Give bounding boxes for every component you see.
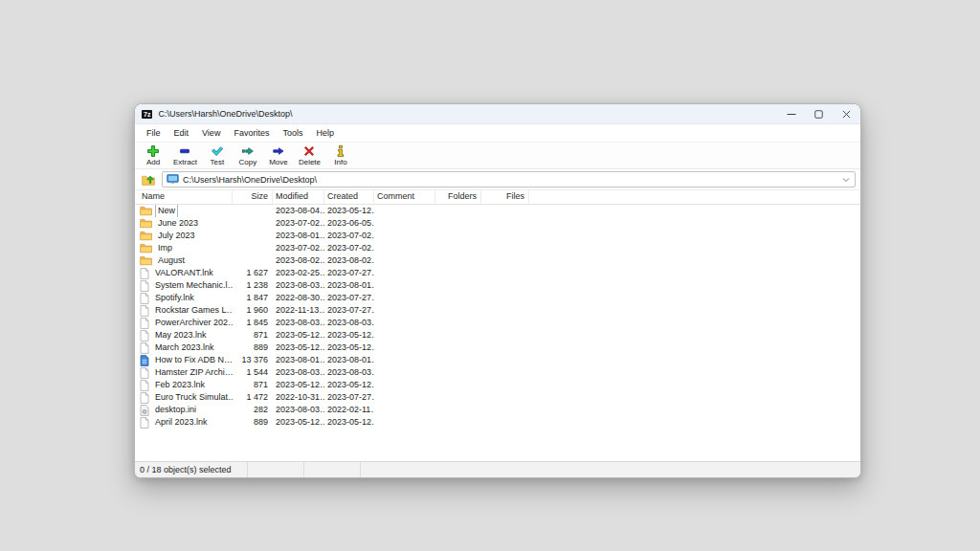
file-name: New (155, 205, 178, 217)
minimize-button[interactable] (777, 104, 805, 123)
file-row[interactable]: Rockstar Games L…1 9602022-11-13…2023-07… (135, 304, 860, 317)
file-row[interactable]: New2023-08-04…2023-05-12… (135, 205, 860, 217)
delete-button[interactable]: Delete (294, 144, 325, 167)
file-row[interactable]: Spotify.lnk1 8472022-08-30…2023-07-27… (135, 292, 860, 304)
extract-icon (178, 145, 191, 158)
file-icon (140, 417, 149, 429)
file-name-cell: Imp (139, 242, 233, 254)
column-header-comment[interactable]: Comment (374, 190, 435, 204)
parent-folder-button[interactable] (140, 172, 157, 187)
file-comment (374, 404, 435, 416)
seven-zip-window: 7z C:\Users\Harsh\OneDrive\Desktop\ File… (134, 103, 861, 478)
file-files (481, 304, 529, 317)
file-modified: 2023-07-02… (273, 217, 324, 230)
file-modified: 2023-08-02… (273, 254, 324, 267)
file-name: Spotify.lnk (152, 292, 197, 304)
file-comment (374, 366, 435, 379)
file-comment (374, 267, 435, 279)
file-row[interactable]: desktop.ini2822023-08-03…2022-02-11… (135, 404, 860, 416)
file-size: 1 845 (233, 317, 273, 329)
close-icon (842, 110, 851, 119)
file-modified: 2023-08-03… (273, 404, 324, 416)
file-size: 1 472 (233, 391, 273, 404)
file-size (233, 205, 273, 217)
menu-help[interactable]: Help (309, 124, 341, 142)
file-row[interactable]: Hamster ZIP Archi…1 5442023-08-03…2023-0… (135, 366, 860, 379)
menu-file[interactable]: File (140, 124, 167, 142)
file-name: June 2023 (155, 217, 201, 230)
address-combobox[interactable]: C:\Users\Harsh\OneDrive\Desktop\ (162, 171, 856, 187)
file-row[interactable]: May 2023.lnk8712023-05-12…2023-05-12… (135, 329, 860, 342)
app-icon[interactable]: 7z (142, 110, 152, 119)
move-button[interactable]: Move (263, 144, 294, 167)
menu-view[interactable]: View (195, 124, 227, 142)
status-selection: 0 / 18 object(s) selected (135, 462, 248, 477)
file-row[interactable]: July 20232023-08-01…2023-07-02… (135, 230, 860, 242)
file-folders (435, 329, 481, 342)
file-size (233, 254, 273, 267)
file-created: 2022-02-11… (324, 404, 374, 416)
file-folders (435, 230, 481, 242)
file-modified: 2023-02-25… (273, 267, 324, 279)
file-name-cell: Spotify.lnk (139, 292, 233, 304)
file-comment (374, 342, 435, 354)
file-folders (435, 416, 481, 429)
status-cell (361, 462, 860, 477)
tool-label: Move (269, 158, 288, 167)
column-header-created[interactable]: Created (324, 190, 374, 204)
menu-edit[interactable]: Edit (167, 124, 196, 142)
file-row[interactable]: April 2023.lnk8892023-05-12…2023-05-12… (135, 416, 860, 429)
copy-button[interactable]: Copy (233, 144, 263, 167)
title-bar[interactable]: 7z C:\Users\Harsh\OneDrive\Desktop\ (135, 104, 860, 124)
file-modified: 2023-08-04… (273, 205, 324, 217)
file-icon (140, 305, 149, 317)
file-size: 1 238 (233, 279, 273, 292)
copy-icon (241, 145, 255, 158)
file-row[interactable]: Euro Truck Simulat…1 4722022-10-31…2023-… (135, 391, 860, 404)
column-header-name[interactable]: Name (139, 190, 233, 204)
file-row[interactable]: System Mechanic.l…1 2382023-08-03…2023-0… (135, 279, 860, 292)
tool-label: Add (146, 158, 160, 167)
file-row[interactable]: How to Fix ADB N…13 3762023-08-01…2023-0… (135, 354, 860, 366)
file-name-cell: March 2023.lnk (139, 342, 233, 354)
file-name: April 2023.lnk (152, 416, 211, 429)
file-size: 282 (233, 404, 273, 416)
folder-icon (140, 206, 152, 216)
file-row[interactable]: June 20232023-07-02…2023-06-05… (135, 217, 860, 230)
desktop-background: 7z C:\Users\Harsh\OneDrive\Desktop\ File… (0, 0, 980, 551)
file-folders (435, 205, 481, 217)
file-folders (435, 254, 481, 267)
file-comment (374, 416, 435, 429)
file-row[interactable]: PowerArchiver 202…1 8452023-08-03…2023-0… (135, 317, 860, 329)
file-row[interactable]: Imp2023-07-02…2023-07-02… (135, 242, 860, 254)
file-row[interactable]: Feb 2023.lnk8712023-05-12…2023-05-12… (135, 379, 860, 391)
column-header-modified[interactable]: Modified (273, 190, 324, 204)
file-files (481, 391, 529, 404)
address-dropdown-button[interactable] (842, 177, 851, 183)
column-header-folders[interactable]: Folders (435, 190, 481, 204)
add-button[interactable]: Add (138, 144, 168, 167)
file-row[interactable]: March 2023.lnk8892023-05-12…2023-05-12… (135, 342, 860, 354)
column-header-files[interactable]: Files (481, 190, 529, 204)
menu-favorites[interactable]: Favorites (227, 124, 276, 142)
file-name-cell: June 2023 (139, 217, 233, 230)
file-folders (435, 404, 481, 416)
file-modified: 2023-08-01… (273, 354, 324, 366)
test-button[interactable]: Test (202, 144, 233, 167)
file-modified: 2023-08-03… (273, 366, 324, 379)
file-row[interactable]: VALORANT.lnk1 6272023-02-25…2023-07-27… (135, 267, 860, 279)
extract-button[interactable]: Extract (168, 144, 202, 167)
info-button[interactable]: Info (325, 144, 356, 167)
close-button[interactable] (833, 104, 860, 123)
file-name-cell: New (139, 205, 233, 217)
maximize-button[interactable] (805, 104, 833, 123)
file-row[interactable]: August2023-08-02…2023-08-02… (135, 254, 860, 267)
file-size: 13 376 (233, 354, 273, 366)
column-header-size[interactable]: Size (233, 190, 273, 204)
file-comment (374, 205, 435, 217)
tool-label: Extract (173, 158, 197, 167)
file-files (481, 329, 529, 342)
file-size: 871 (233, 379, 273, 391)
menu-tools[interactable]: Tools (276, 124, 309, 142)
parent-folder-icon (142, 173, 155, 186)
